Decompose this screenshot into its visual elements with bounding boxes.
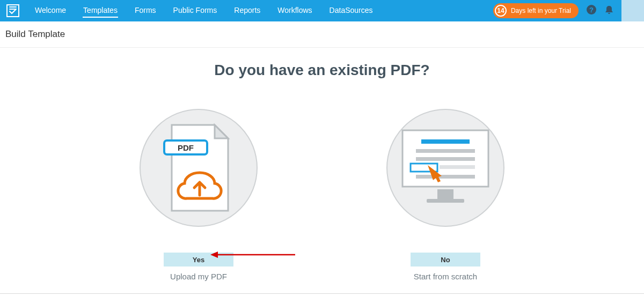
- nav-item-datasources[interactable]: DataSources: [329, 4, 374, 18]
- options-row: PDF Yes Upload my PDF: [0, 109, 644, 281]
- main-question: Do you have an existing PDF?: [0, 62, 644, 79]
- option-yes: PDF Yes Upload my PDF: [140, 109, 258, 281]
- nav-item-templates[interactable]: Templates: [83, 4, 118, 18]
- blank-form-icon: [400, 128, 491, 208]
- nav-item-welcome[interactable]: Welcome: [34, 4, 67, 18]
- svg-rect-7: [427, 199, 464, 203]
- option-no: No Start from scratch: [386, 109, 504, 281]
- svg-rect-6: [437, 189, 453, 199]
- trial-days-count: 14: [495, 5, 507, 17]
- svg-rect-8: [421, 139, 470, 144]
- top-navbar: Welcome Templates Forms Public Forms Rep…: [0, 0, 644, 21]
- arrow-annotation-icon: [209, 249, 295, 260]
- svg-rect-13: [416, 175, 475, 179]
- app-logo-icon[interactable]: [6, 4, 19, 17]
- option-no-graphic[interactable]: [386, 109, 504, 227]
- page-title: Build Template: [0, 21, 644, 48]
- nav-item-forms[interactable]: Forms: [134, 4, 157, 18]
- svg-rect-10: [416, 157, 475, 161]
- pdf-upload-icon: PDF: [161, 122, 236, 213]
- svg-text:PDF: PDF: [178, 143, 194, 152]
- trial-label: Days left in your Trial: [511, 7, 571, 14]
- footer-divider: [0, 293, 644, 294]
- nav-item-workflows[interactable]: Workflows: [277, 4, 312, 18]
- svg-rect-9: [416, 149, 475, 153]
- account-stub[interactable]: [621, 0, 644, 21]
- svg-text:?: ?: [589, 6, 594, 14]
- bell-icon[interactable]: [604, 5, 614, 17]
- primary-nav: Welcome Templates Forms Public Forms Rep…: [34, 4, 374, 18]
- trial-banner[interactable]: 14 Days left in your Trial: [493, 3, 579, 18]
- svg-rect-12: [440, 165, 475, 169]
- nav-item-public-forms[interactable]: Public Forms: [173, 4, 218, 18]
- no-caption: Start from scratch: [414, 272, 477, 281]
- help-icon[interactable]: ?: [586, 4, 597, 17]
- yes-caption: Upload my PDF: [170, 272, 227, 281]
- nav-item-reports[interactable]: Reports: [233, 4, 261, 18]
- no-button[interactable]: No: [411, 253, 480, 267]
- option-yes-graphic[interactable]: PDF: [140, 109, 258, 227]
